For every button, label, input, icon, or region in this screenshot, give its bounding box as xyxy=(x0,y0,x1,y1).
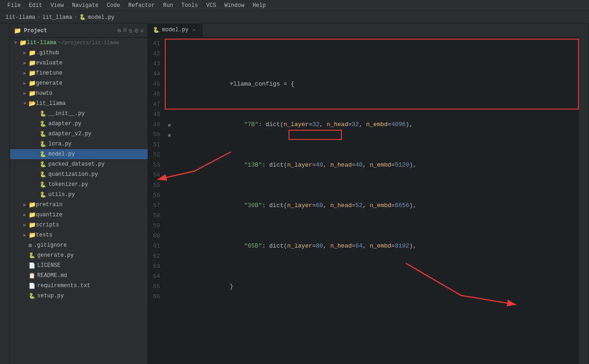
tree-label-evaluate: evaluate xyxy=(36,60,63,66)
tree-item-scripts[interactable]: ▶ 📁 scripts xyxy=(10,220,148,230)
sort-icon[interactable]: ⇅ xyxy=(129,27,133,35)
py-icon-packed: 🐍 xyxy=(40,161,46,168)
folder-icon-pretrain: 📁 xyxy=(29,201,36,208)
tree-item-init-py[interactable]: 🐍 __init__.py xyxy=(10,109,148,119)
tree-item-finetune[interactable]: ▶ 📁 finetune xyxy=(10,68,148,78)
tree-label-license: LICENSE xyxy=(37,262,60,269)
tree-item-adapter-py[interactable]: 🐍 adapter.py xyxy=(10,119,148,129)
tree-arrow-setup-py xyxy=(21,294,29,299)
tree-item-evaluate[interactable]: ▶ 📁 evaluate xyxy=(10,58,148,68)
code-line-44: "30B": dict(n_layer=60, n_head=52, n_emb… xyxy=(178,191,579,201)
tree-item-readme-md[interactable]: 📋 README.md xyxy=(10,271,148,281)
tree-label-utils-py: utils.py xyxy=(48,191,75,198)
sidebar-toolbar: ⊕ ≡ ⇅ ⚙ ✕ xyxy=(117,27,144,35)
main-area: Project 📁 Project ⊕ ≡ ⇅ ⚙ ✕ ▼ 📁 xyxy=(0,24,589,364)
sync-icon[interactable]: ⊕ xyxy=(117,27,121,35)
txt-icon-license: 📄 xyxy=(29,262,35,269)
breadcrumb-sub[interactable]: lit_llama xyxy=(42,14,72,21)
sidebar-content[interactable]: ▼ 📁 lit-llama ~/projects/lit-llama ▶ 📁 .… xyxy=(10,38,148,364)
tree-arrow-github: ▶ xyxy=(21,50,29,56)
settings-icon[interactable]: ⚙ xyxy=(134,27,138,35)
tree-item-gitignore[interactable]: ⚙ .gitignore xyxy=(10,240,148,250)
breadcrumb-bar: lit-llama › lit_llama › 🐍 model.py xyxy=(0,11,589,24)
line-numbers: 41 42 43 44 45 46 47 48 49 50 51 52 53 5… xyxy=(148,38,165,364)
menu-navigate[interactable]: Navigate xyxy=(68,1,102,10)
sidebar-title: Project xyxy=(24,28,115,34)
tree-item-license[interactable]: 📄 LICENSE xyxy=(10,260,148,271)
tree-arrow-root: ▼ xyxy=(12,40,19,46)
tree-label-scripts: scripts xyxy=(36,222,59,228)
tab-model-py[interactable]: 🐍 model.py ✕ xyxy=(148,24,202,37)
menu-refactor[interactable]: Refactor xyxy=(125,1,159,10)
folder-icon-howto: 📁 xyxy=(29,90,36,97)
py-icon-lora: 🐍 xyxy=(40,141,46,148)
tree-item-setup-py[interactable]: 🐍 setup.py xyxy=(10,291,148,301)
tree-arrow-adapter-v2-py xyxy=(32,132,40,137)
tree-label-adapter-v2-py: adapter_v2.py xyxy=(48,131,92,137)
menu-view[interactable]: View xyxy=(47,1,68,10)
breadcrumb-file[interactable]: model.py xyxy=(88,14,115,21)
tree-item-quantization-py[interactable]: 🐍 quantization.py xyxy=(10,169,148,179)
app-window: File Edit View Navigate Code Refactor Ru… xyxy=(0,0,589,364)
menu-code[interactable]: Code xyxy=(103,1,124,10)
tree-label-requirements-txt: requirements.txt xyxy=(37,283,90,289)
tree-item-generate-py[interactable]: 🐍 generate.py xyxy=(10,250,148,260)
tree-item-howto[interactable]: ▶ 📁 howto xyxy=(10,88,148,98)
tree-item-model-py[interactable]: 🐍 model.py xyxy=(10,149,148,159)
tree-label-setup-py: setup.py xyxy=(37,293,64,299)
tree-item-tests[interactable]: ▶ 📁 tests xyxy=(10,230,148,240)
code-line-41: ▼llama_configs = { xyxy=(178,69,579,79)
tree-arrow-adapter-py xyxy=(32,121,40,127)
tab-file-icon: 🐍 xyxy=(153,27,160,34)
tree-arrow-requirements-txt xyxy=(21,283,29,289)
tree-item-lora-py[interactable]: 🐍 lora.py xyxy=(10,139,148,149)
menu-run[interactable]: Run xyxy=(159,1,177,10)
tree-arrow-scripts: ▶ xyxy=(21,222,29,228)
tree-item-lit-llama[interactable]: ▼ 📂 lit_llama xyxy=(10,98,148,109)
code-editor[interactable]: ▼llama_configs = { "7B": dict(n_layer=32… xyxy=(174,38,579,364)
line-gutter: ◉ ◉ xyxy=(165,38,174,364)
tree-root[interactable]: ▼ 📁 lit-llama ~/projects/lit-llama xyxy=(10,38,148,48)
tree-label-quantization-py: quantization.py xyxy=(48,171,98,178)
tree-item-adapter-v2-py[interactable]: 🐍 adapter_v2.py xyxy=(10,129,148,139)
tree-arrow-finetune: ▶ xyxy=(21,70,29,76)
close-icon[interactable]: ✕ xyxy=(140,27,144,35)
tree-item-requirements-txt[interactable]: 📄 requirements.txt xyxy=(10,281,148,291)
editor-content[interactable]: 41 42 43 44 45 46 47 48 49 50 51 52 53 5… xyxy=(148,38,579,364)
tree-arrow-lora-py xyxy=(32,142,40,147)
breadcrumb-root[interactable]: lit-llama xyxy=(6,14,35,21)
list-icon[interactable]: ≡ xyxy=(123,27,127,35)
py-icon-generate: 🐍 xyxy=(29,252,35,259)
tree-label-tokenizer-py: tokenizer.py xyxy=(48,181,88,188)
tree-item-quantize[interactable]: ▶ 📁 quantize xyxy=(10,210,148,220)
tree-label-packed-dataset-py: packed_dataset.py xyxy=(48,161,104,168)
editor-wrapper: 41 42 43 44 45 46 47 48 49 50 51 52 53 5… xyxy=(148,38,579,364)
tree-item-pretrain[interactable]: ▶ 📁 pretrain xyxy=(10,200,148,210)
tree-arrow-generate-py xyxy=(21,253,29,258)
tree-arrow-license xyxy=(21,263,29,268)
tree-item-utils-py[interactable]: 🐍 utils.py xyxy=(10,190,148,200)
sidebar-header: 📁 Project ⊕ ≡ ⇅ ⚙ ✕ xyxy=(10,24,148,38)
menu-file[interactable]: File xyxy=(4,1,24,10)
menu-help[interactable]: Help xyxy=(249,1,270,10)
menu-edit[interactable]: Edit xyxy=(25,1,46,10)
py-icon-adapter-v2: 🐍 xyxy=(40,131,46,138)
py-icon-quantization: 🐍 xyxy=(40,171,46,178)
tree-item-github[interactable]: ▶ 📁 .github xyxy=(10,48,148,58)
tab-close-model-py[interactable]: ✕ xyxy=(191,27,197,33)
tree-arrow-init-py xyxy=(32,111,40,116)
tree-item-tokenizer-py[interactable]: 🐍 tokenizer.py xyxy=(10,179,148,190)
menu-window[interactable]: Window xyxy=(221,1,248,10)
tree-item-packed-dataset-py[interactable]: 🐍 packed_dataset.py xyxy=(10,159,148,169)
code-line-47 xyxy=(178,312,579,322)
tree-item-generate[interactable]: ▶ 📁 generate xyxy=(10,78,148,88)
tree-arrow-model-py xyxy=(32,152,40,157)
menu-vcs[interactable]: VCS xyxy=(202,1,220,10)
menu-tools[interactable]: Tools xyxy=(178,1,202,10)
tree-arrow-gitignore xyxy=(21,243,29,248)
folder-icon-lit-llama: 📂 xyxy=(29,100,36,107)
code-line-46: } xyxy=(178,272,579,282)
code-line-45: "65B": dict(n_layer=80, n_head=64, n_emb… xyxy=(178,231,579,241)
tree-label-gitignore: .gitignore xyxy=(34,242,67,248)
tree-arrow-quantize: ▶ xyxy=(21,212,29,218)
